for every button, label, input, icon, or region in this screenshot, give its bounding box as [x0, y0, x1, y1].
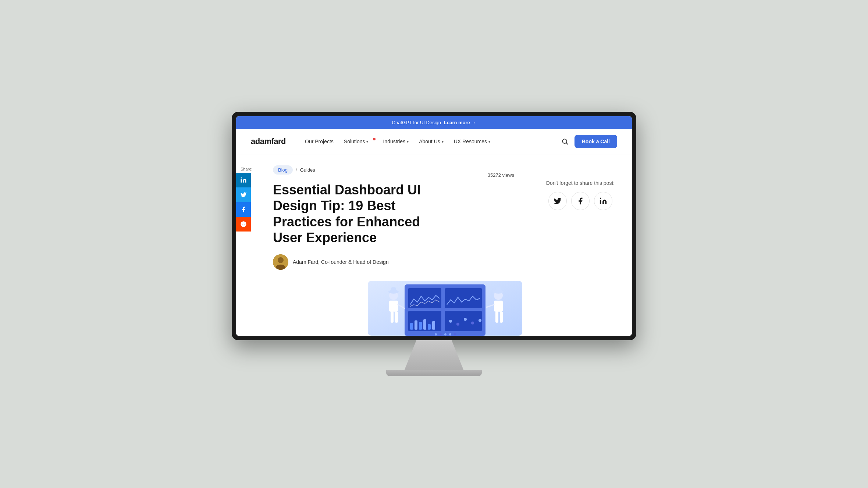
breadcrumb-category[interactable]: Guides — [300, 167, 315, 173]
svg-point-25 — [471, 322, 474, 324]
share-icons-row — [544, 192, 617, 210]
article-right: Don't forget to share this post: — [544, 165, 617, 281]
book-call-button[interactable]: Book a Call — [574, 135, 617, 148]
industries-chevron-icon: ▾ — [407, 140, 409, 144]
share-facebook-circle[interactable] — [571, 192, 590, 210]
svg-rect-40 — [496, 287, 501, 293]
svg-rect-16 — [410, 323, 413, 330]
svg-point-42 — [440, 333, 442, 336]
nav-our-projects[interactable]: Our Projects — [305, 139, 334, 144]
svg-rect-18 — [419, 322, 422, 330]
nav-industries[interactable]: Industries ▾ — [383, 139, 409, 144]
svg-rect-35 — [494, 301, 503, 312]
share-twitter-button[interactable] — [236, 187, 251, 202]
breadcrumb-separator: / — [296, 167, 297, 173]
svg-rect-30 — [391, 312, 394, 323]
site-logo[interactable]: adamfard — [251, 137, 286, 146]
share-label: Share: — [236, 165, 257, 173]
article-left: Blog / Guides 35272 views Essential Dash… — [273, 165, 514, 281]
dashboard-illustration — [368, 281, 522, 336]
about-chevron-icon: ▾ — [442, 140, 444, 144]
svg-point-2 — [241, 177, 242, 179]
share-reddit-button[interactable] — [236, 217, 251, 232]
svg-point-22 — [449, 320, 452, 323]
monitor-stand — [405, 340, 463, 370]
monitor-base — [386, 370, 482, 376]
share-linkedin-circle[interactable] — [594, 192, 612, 210]
svg-line-1 — [566, 143, 568, 144]
svg-rect-17 — [415, 320, 417, 330]
svg-point-24 — [464, 318, 467, 321]
screen-inner: ChatGPT for UI Design Learn more → adamf… — [236, 116, 632, 336]
svg-point-26 — [479, 319, 481, 322]
views-count: 35272 views — [488, 172, 514, 178]
article-title: Essential Dashboard UI Design Tip: 19 Be… — [273, 182, 449, 245]
svg-rect-33 — [391, 287, 396, 293]
monitor-screen: ChatGPT for UI Design Learn more → adamf… — [232, 112, 636, 340]
share-prompt: Don't forget to share this post: — [544, 180, 617, 186]
solutions-dot-badge — [373, 138, 376, 140]
search-icon[interactable] — [561, 138, 569, 145]
svg-rect-38 — [500, 312, 503, 323]
breadcrumb-blog[interactable]: Blog — [273, 165, 293, 175]
ux-resources-chevron-icon: ▾ — [488, 140, 490, 144]
share-section: Don't forget to share this post: — [544, 180, 617, 210]
svg-point-44 — [449, 333, 451, 336]
main-content: Share: — [236, 154, 632, 336]
svg-rect-28 — [389, 301, 398, 312]
nav-links: Our Projects Solutions ▾ Industries ▾ Ab… — [305, 139, 549, 144]
nav-actions: Book a Call — [561, 135, 617, 148]
svg-rect-21 — [432, 321, 435, 330]
breadcrumb: Blog / Guides — [273, 165, 315, 175]
svg-point-7 — [278, 257, 284, 263]
announcement-text: ChatGPT for UI Design — [392, 120, 441, 125]
svg-rect-37 — [495, 312, 498, 323]
svg-rect-13 — [445, 288, 482, 308]
author-row: Adam Fard, Co-founder & Head of Design — [273, 254, 514, 270]
svg-rect-19 — [423, 319, 426, 330]
author-avatar — [273, 254, 288, 270]
share-twitter-circle[interactable] — [548, 192, 567, 210]
svg-point-45 — [454, 333, 456, 336]
nav-about-us[interactable]: About Us ▾ — [419, 139, 444, 144]
content-area: Blog / Guides 35272 views Essential Dash… — [273, 165, 617, 281]
svg-point-41 — [435, 333, 437, 336]
monitor-wrapper: ChatGPT for UI Design Learn more → adamf… — [232, 112, 636, 376]
svg-point-4 — [242, 225, 243, 225]
svg-point-23 — [456, 323, 459, 326]
share-facebook-button[interactable] — [236, 202, 251, 217]
author-name: Adam Fard, Co-founder & Head of Design — [293, 259, 389, 265]
svg-point-9 — [600, 198, 601, 199]
svg-point-43 — [444, 333, 447, 336]
share-linkedin-button[interactable] — [236, 173, 251, 187]
svg-rect-20 — [428, 324, 431, 330]
svg-rect-31 — [395, 312, 398, 323]
solutions-chevron-icon: ▾ — [366, 140, 368, 144]
illustration-area — [273, 281, 617, 336]
svg-point-5 — [244, 225, 245, 225]
svg-rect-12 — [408, 288, 441, 308]
social-share-sidebar: Share: — [236, 165, 257, 232]
nav-solutions[interactable]: Solutions ▾ — [344, 139, 373, 144]
learn-more-link[interactable]: Learn more → — [444, 120, 476, 125]
nav-ux-resources[interactable]: UX Resources ▾ — [454, 139, 490, 144]
announcement-bar: ChatGPT for UI Design Learn more → — [236, 116, 632, 129]
navbar: adamfard Our Projects Solutions ▾ Indust… — [236, 129, 632, 154]
breadcrumb-row: Blog / Guides 35272 views — [273, 165, 514, 182]
